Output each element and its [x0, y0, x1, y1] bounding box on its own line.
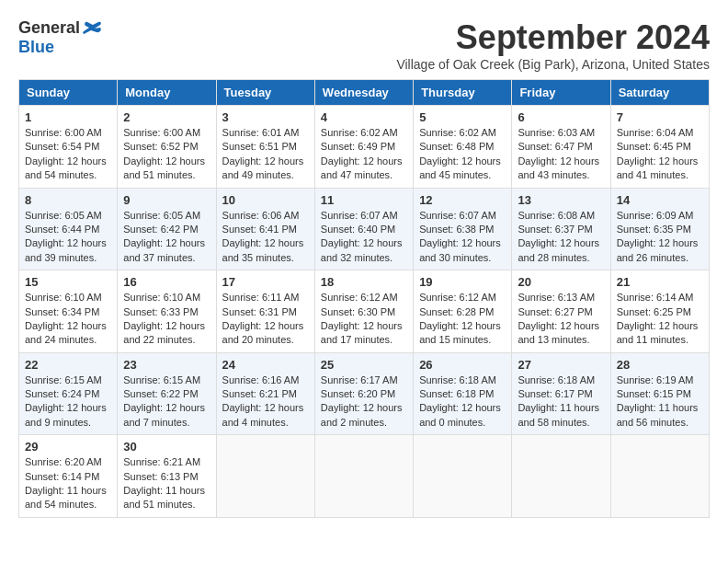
- page-header: General Blue September 2024 Village of O…: [18, 18, 710, 72]
- day-cell-19: 19 Sunrise: 6:12 AM Sunset: 6:28 PM Dayl…: [414, 270, 512, 353]
- sunset-label: Sunset: 6:15 PM: [617, 388, 691, 399]
- sunset-label: Sunset: 6:45 PM: [617, 141, 691, 152]
- logo-text: General: [18, 18, 102, 39]
- day-number: 21: [617, 275, 703, 289]
- day-info: Sunrise: 6:21 AM Sunset: 6:13 PM Dayligh…: [123, 455, 210, 512]
- calendar-table: SundayMondayTuesdayWednesdayThursdayFrid…: [18, 79, 710, 518]
- day-number: 19: [419, 275, 506, 289]
- day-info: Sunrise: 6:18 AM Sunset: 6:17 PM Dayligh…: [518, 373, 604, 431]
- daylight-label: Daylight: 12 hours and 54 minutes.: [25, 155, 107, 180]
- day-cell-10: 10 Sunrise: 6:06 AM Sunset: 6:41 PM Dayl…: [216, 188, 314, 270]
- daylight-label: Daylight: 12 hours and 4 minutes.: [222, 402, 304, 427]
- sunset-label: Sunset: 6:14 PM: [25, 471, 99, 482]
- sunset-label: Sunset: 6:42 PM: [123, 224, 198, 235]
- sunset-label: Sunset: 6:24 PM: [25, 388, 99, 399]
- day-info: Sunrise: 6:15 AM Sunset: 6:22 PM Dayligh…: [123, 373, 210, 431]
- day-info: Sunrise: 6:15 AM Sunset: 6:24 PM Dayligh…: [25, 373, 111, 431]
- sunset-label: Sunset: 6:28 PM: [419, 306, 494, 317]
- logo-blue: Blue: [18, 39, 54, 55]
- daylight-label: Daylight: 12 hours and 30 minutes.: [419, 237, 501, 262]
- day-info: Sunrise: 6:11 AM Sunset: 6:31 PM Dayligh…: [222, 291, 309, 348]
- day-cell-16: 16 Sunrise: 6:10 AM Sunset: 6:33 PM Dayl…: [118, 270, 216, 353]
- sunrise-label: Sunrise: 6:09 AM: [617, 210, 694, 221]
- daylight-label: Daylight: 12 hours and 32 minutes.: [321, 237, 403, 262]
- day-cell-9: 9 Sunrise: 6:05 AM Sunset: 6:42 PM Dayli…: [118, 188, 216, 270]
- empty-cell: [610, 435, 709, 518]
- sunrise-label: Sunrise: 6:05 AM: [25, 210, 102, 221]
- day-cell-8: 8 Sunrise: 6:05 AM Sunset: 6:44 PM Dayli…: [19, 188, 118, 270]
- day-info: Sunrise: 6:18 AM Sunset: 6:18 PM Dayligh…: [419, 373, 506, 431]
- sunrise-label: Sunrise: 6:12 AM: [419, 292, 496, 303]
- sunset-label: Sunset: 6:37 PM: [518, 224, 592, 235]
- sunrise-label: Sunrise: 6:05 AM: [123, 210, 200, 221]
- month-title: September 2024: [396, 18, 710, 57]
- daylight-label: Daylight: 12 hours and 47 minutes.: [321, 155, 403, 180]
- daylight-label: Daylight: 12 hours and 41 minutes.: [617, 155, 699, 180]
- sunrise-label: Sunrise: 6:15 AM: [25, 374, 102, 385]
- day-number: 6: [518, 110, 604, 124]
- sunset-label: Sunset: 6:13 PM: [123, 471, 198, 482]
- sunrise-label: Sunrise: 6:10 AM: [25, 292, 102, 303]
- day-cell-23: 23 Sunrise: 6:15 AM Sunset: 6:22 PM Dayl…: [118, 352, 216, 435]
- day-info: Sunrise: 6:01 AM Sunset: 6:51 PM Dayligh…: [222, 126, 309, 183]
- day-number: 23: [123, 358, 210, 372]
- day-info: Sunrise: 6:05 AM Sunset: 6:42 PM Dayligh…: [123, 209, 210, 266]
- day-number: 7: [617, 110, 703, 124]
- day-info: Sunrise: 6:07 AM Sunset: 6:38 PM Dayligh…: [419, 209, 506, 266]
- day-cell-6: 6 Sunrise: 6:03 AM Sunset: 6:47 PM Dayli…: [512, 106, 610, 189]
- sunrise-label: Sunrise: 6:18 AM: [419, 374, 496, 385]
- day-info: Sunrise: 6:19 AM Sunset: 6:15 PM Dayligh…: [617, 373, 703, 431]
- sunrise-label: Sunrise: 6:00 AM: [25, 127, 102, 138]
- sunset-label: Sunset: 6:33 PM: [123, 306, 198, 317]
- sunrise-label: Sunrise: 6:03 AM: [518, 127, 595, 138]
- day-cell-25: 25 Sunrise: 6:17 AM Sunset: 6:20 PM Dayl…: [314, 352, 413, 435]
- sunset-label: Sunset: 6:21 PM: [222, 388, 297, 399]
- day-info: Sunrise: 6:10 AM Sunset: 6:34 PM Dayligh…: [25, 291, 111, 348]
- sunset-label: Sunset: 6:31 PM: [222, 306, 297, 317]
- day-info: Sunrise: 6:03 AM Sunset: 6:47 PM Dayligh…: [518, 126, 604, 183]
- sunset-label: Sunset: 6:52 PM: [123, 141, 198, 152]
- sunrise-label: Sunrise: 6:19 AM: [617, 374, 694, 385]
- col-header-tuesday: Tuesday: [216, 80, 314, 106]
- daylight-label: Daylight: 11 hours and 56 minutes.: [617, 402, 699, 427]
- daylight-label: Daylight: 12 hours and 0 minutes.: [419, 402, 501, 427]
- sunrise-label: Sunrise: 6:21 AM: [123, 456, 200, 467]
- daylight-label: Daylight: 12 hours and 51 minutes.: [123, 155, 205, 180]
- day-cell-1: 1 Sunrise: 6:00 AM Sunset: 6:54 PM Dayli…: [19, 106, 118, 189]
- day-info: Sunrise: 6:04 AM Sunset: 6:45 PM Dayligh…: [617, 126, 703, 183]
- day-info: Sunrise: 6:16 AM Sunset: 6:21 PM Dayligh…: [222, 373, 309, 431]
- day-cell-12: 12 Sunrise: 6:07 AM Sunset: 6:38 PM Dayl…: [414, 188, 512, 270]
- header-row: SundayMondayTuesdayWednesdayThursdayFrid…: [19, 80, 710, 106]
- day-info: Sunrise: 6:06 AM Sunset: 6:41 PM Dayligh…: [222, 209, 309, 266]
- daylight-label: Daylight: 11 hours and 54 minutes.: [25, 485, 107, 510]
- day-cell-7: 7 Sunrise: 6:04 AM Sunset: 6:45 PM Dayli…: [610, 106, 709, 189]
- day-cell-14: 14 Sunrise: 6:09 AM Sunset: 6:35 PM Dayl…: [610, 188, 709, 270]
- day-info: Sunrise: 6:14 AM Sunset: 6:25 PM Dayligh…: [617, 291, 703, 348]
- col-header-saturday: Saturday: [610, 80, 709, 106]
- day-info: Sunrise: 6:00 AM Sunset: 6:52 PM Dayligh…: [123, 126, 210, 183]
- sunrise-label: Sunrise: 6:06 AM: [222, 210, 300, 221]
- daylight-label: Daylight: 12 hours and 24 minutes.: [25, 320, 107, 345]
- day-info: Sunrise: 6:09 AM Sunset: 6:35 PM Dayligh…: [617, 209, 703, 266]
- empty-cell: [512, 435, 610, 518]
- day-number: 1: [25, 110, 111, 124]
- day-cell-24: 24 Sunrise: 6:16 AM Sunset: 6:21 PM Dayl…: [216, 352, 314, 435]
- sunset-label: Sunset: 6:27 PM: [518, 306, 592, 317]
- col-header-friday: Friday: [512, 80, 610, 106]
- day-cell-30: 30 Sunrise: 6:21 AM Sunset: 6:13 PM Dayl…: [118, 435, 216, 518]
- week-row-5: 29 Sunrise: 6:20 AM Sunset: 6:14 PM Dayl…: [19, 435, 710, 518]
- daylight-label: Daylight: 12 hours and 7 minutes.: [123, 402, 205, 427]
- sunrise-label: Sunrise: 6:20 AM: [25, 456, 102, 467]
- day-number: 15: [25, 275, 111, 289]
- sunset-label: Sunset: 6:49 PM: [321, 141, 395, 152]
- week-row-2: 8 Sunrise: 6:05 AM Sunset: 6:44 PM Dayli…: [19, 188, 710, 270]
- day-number: 9: [123, 193, 210, 207]
- day-info: Sunrise: 6:12 AM Sunset: 6:28 PM Dayligh…: [419, 291, 506, 348]
- day-cell-18: 18 Sunrise: 6:12 AM Sunset: 6:30 PM Dayl…: [314, 270, 413, 353]
- day-info: Sunrise: 6:17 AM Sunset: 6:20 PM Dayligh…: [321, 373, 407, 431]
- location: Village of Oak Creek (Big Park), Arizona…: [396, 57, 710, 72]
- day-info: Sunrise: 6:00 AM Sunset: 6:54 PM Dayligh…: [25, 126, 111, 183]
- sunset-label: Sunset: 6:38 PM: [419, 224, 494, 235]
- col-header-sunday: Sunday: [19, 80, 118, 106]
- day-info: Sunrise: 6:02 AM Sunset: 6:48 PM Dayligh…: [419, 126, 506, 183]
